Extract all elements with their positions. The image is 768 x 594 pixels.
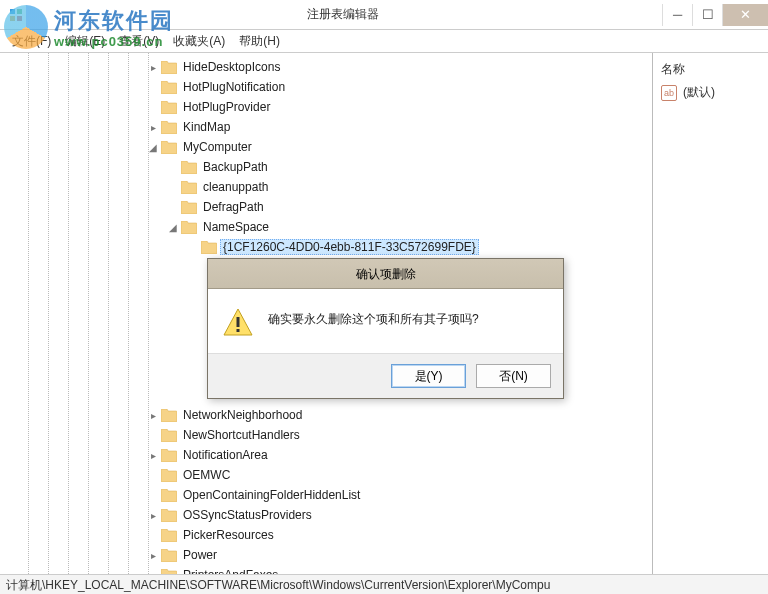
tree-node[interactable]: DefragPath bbox=[6, 197, 652, 217]
window-buttons: ─ ☐ ✕ bbox=[662, 4, 768, 26]
dialog-body: 确实要永久删除这个项和所有其子项吗? bbox=[208, 289, 563, 353]
value-name: (默认) bbox=[683, 84, 715, 101]
folder-icon bbox=[160, 407, 178, 423]
svg-rect-0 bbox=[10, 9, 15, 14]
folder-icon bbox=[160, 547, 178, 563]
folder-icon bbox=[160, 447, 178, 463]
tree-node-label: NewShortcutHandlers bbox=[180, 427, 303, 443]
tree-node-label: NameSpace bbox=[200, 219, 272, 235]
close-button[interactable]: ✕ bbox=[722, 4, 768, 26]
tree-node[interactable]: BackupPath bbox=[6, 157, 652, 177]
value-row-default[interactable]: ab (默认) bbox=[661, 84, 760, 101]
statusbar: 计算机\HKEY_LOCAL_MACHINE\SOFTWARE\Microsof… bbox=[0, 574, 768, 594]
tree-node[interactable]: ▸KindMap bbox=[6, 117, 652, 137]
folder-icon bbox=[160, 59, 178, 75]
window-titlebar: 注册表编辑器 ─ ☐ ✕ bbox=[0, 0, 768, 30]
folder-icon bbox=[180, 219, 198, 235]
tree-node-label: PrintersAndFaxes bbox=[180, 567, 281, 574]
tree-node-label: OSSyncStatusProviders bbox=[180, 507, 315, 523]
menubar: 文件(F) 编辑(E) 查看(V) 收藏夹(A) 帮助(H) bbox=[0, 30, 768, 52]
warning-icon bbox=[222, 307, 254, 339]
tree-node[interactable]: ▸OSSyncStatusProviders bbox=[6, 505, 652, 525]
tree-node[interactable]: ◢MyComputer bbox=[6, 137, 652, 157]
tree-node-label: NetworkNeighborhood bbox=[180, 407, 305, 423]
tree-node[interactable]: OEMWC bbox=[6, 465, 652, 485]
dialog-message: 确实要永久删除这个项和所有其子项吗? bbox=[268, 307, 479, 328]
tree-node[interactable]: ▸Power bbox=[6, 545, 652, 565]
tree-node[interactable]: ▸PrintersAndFaxes bbox=[6, 565, 652, 574]
tree-node[interactable]: ▸NetworkNeighborhood bbox=[6, 405, 652, 425]
tree-node[interactable]: NewShortcutHandlers bbox=[6, 425, 652, 445]
tree-node[interactable]: HotPlugProvider bbox=[6, 97, 652, 117]
menu-edit[interactable]: 编辑(E) bbox=[59, 31, 111, 52]
menu-favorites[interactable]: 收藏夹(A) bbox=[167, 31, 231, 52]
folder-icon bbox=[160, 467, 178, 483]
values-pane[interactable]: 名称 ab (默认) bbox=[653, 53, 768, 574]
statusbar-path: 计算机\HKEY_LOCAL_MACHINE\SOFTWARE\Microsof… bbox=[6, 578, 550, 592]
folder-icon bbox=[160, 99, 178, 115]
tree-node-label: MyComputer bbox=[180, 139, 255, 155]
folder-icon bbox=[160, 139, 178, 155]
dialog-title: 确认项删除 bbox=[208, 259, 563, 289]
folder-icon bbox=[160, 507, 178, 523]
tree-node-label: BackupPath bbox=[200, 159, 271, 175]
dialog-no-button[interactable]: 否(N) bbox=[476, 364, 551, 388]
collapse-icon[interactable]: ◢ bbox=[166, 222, 180, 233]
folder-icon bbox=[180, 159, 198, 175]
window-title: 注册表编辑器 bbox=[24, 6, 662, 23]
app-icon bbox=[8, 7, 24, 23]
folder-icon bbox=[200, 239, 218, 255]
confirm-delete-dialog: 确认项删除 确实要永久删除这个项和所有其子项吗? 是(Y) 否(N) bbox=[207, 258, 564, 399]
menu-file[interactable]: 文件(F) bbox=[6, 31, 57, 52]
svg-rect-3 bbox=[17, 16, 22, 21]
tree-node[interactable]: OpenContainingFolderHiddenList bbox=[6, 485, 652, 505]
folder-icon bbox=[160, 79, 178, 95]
tree-node[interactable]: ◢NameSpace bbox=[6, 217, 652, 237]
tree-node-label: HotPlugNotification bbox=[180, 79, 288, 95]
dialog-yes-button[interactable]: 是(Y) bbox=[391, 364, 466, 388]
tree-node-label: PickerResources bbox=[180, 527, 277, 543]
menu-view[interactable]: 查看(V) bbox=[113, 31, 165, 52]
tree-node[interactable]: PickerResources bbox=[6, 525, 652, 545]
folder-icon bbox=[160, 567, 178, 574]
folder-icon bbox=[180, 199, 198, 215]
tree-node[interactable]: cleanuppath bbox=[6, 177, 652, 197]
folder-icon bbox=[160, 119, 178, 135]
string-value-icon: ab bbox=[661, 85, 677, 101]
minimize-button[interactable]: ─ bbox=[662, 4, 692, 26]
folder-icon bbox=[160, 427, 178, 443]
svg-rect-1 bbox=[17, 9, 22, 14]
svg-rect-6 bbox=[237, 329, 240, 332]
tree-node-label: OpenContainingFolderHiddenList bbox=[180, 487, 363, 503]
tree-node-label: cleanuppath bbox=[200, 179, 271, 195]
tree-node-label: DefragPath bbox=[200, 199, 267, 215]
tree-node[interactable]: ▸HideDesktopIcons bbox=[6, 57, 652, 77]
pane-splitter[interactable] bbox=[627, 52, 630, 574]
tree-node[interactable]: ▸NotificationArea bbox=[6, 445, 652, 465]
tree-node[interactable]: {1CF1260C-4DD0-4ebb-811F-33C572699FDE} bbox=[6, 237, 652, 257]
tree-node-label: HideDesktopIcons bbox=[180, 59, 283, 75]
maximize-button[interactable]: ☐ bbox=[692, 4, 722, 26]
svg-rect-5 bbox=[237, 317, 240, 327]
folder-icon bbox=[160, 487, 178, 503]
svg-rect-2 bbox=[10, 16, 15, 21]
folder-icon bbox=[160, 527, 178, 543]
tree-node-label: {1CF1260C-4DD0-4ebb-811F-33C572699FDE} bbox=[220, 239, 479, 255]
tree-node-label: Power bbox=[180, 547, 220, 563]
tree-node-label: KindMap bbox=[180, 119, 233, 135]
tree-node[interactable]: HotPlugNotification bbox=[6, 77, 652, 97]
tree-node-label: NotificationArea bbox=[180, 447, 271, 463]
dialog-footer: 是(Y) 否(N) bbox=[208, 353, 563, 398]
tree-node-label: OEMWC bbox=[180, 467, 233, 483]
values-header-name: 名称 bbox=[661, 59, 760, 84]
menu-help[interactable]: 帮助(H) bbox=[233, 31, 286, 52]
folder-icon bbox=[180, 179, 198, 195]
tree-node-label: HotPlugProvider bbox=[180, 99, 273, 115]
